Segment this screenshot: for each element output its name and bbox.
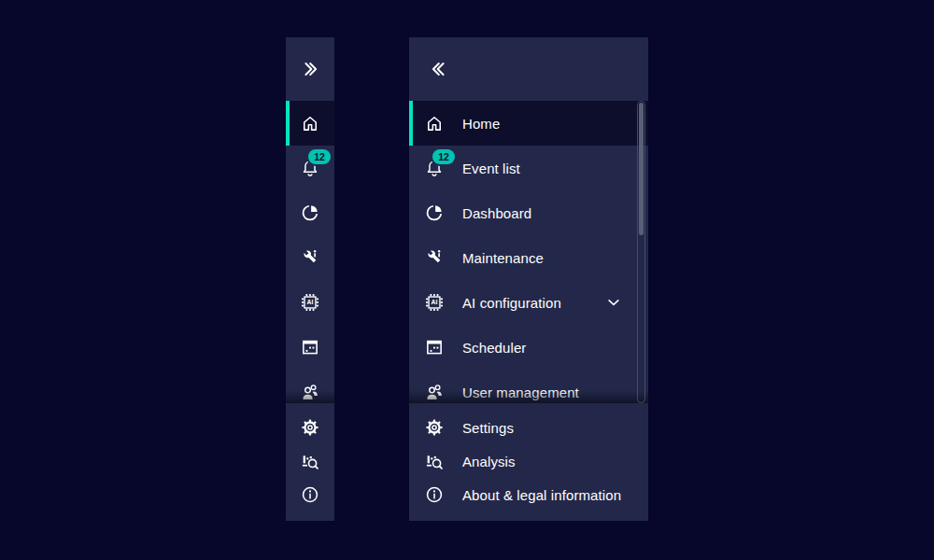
nav-item-ai-configuration[interactable]: AI: [286, 280, 334, 325]
gear-icon: [424, 417, 445, 438]
nav-item-dashboard[interactable]: [286, 190, 334, 235]
nav-item-about[interactable]: [286, 478, 334, 511]
bell-icon: 12: [300, 158, 320, 178]
nav-item-label: Settings: [462, 420, 514, 436]
nav-item-label: About & legal information: [462, 487, 621, 503]
expanded-bottom-nav: SettingsAnalysisAbout & legal informatio…: [409, 403, 648, 521]
scrollbar[interactable]: [637, 101, 645, 403]
gear-icon: [300, 417, 320, 438]
users-icon: [424, 382, 445, 402]
collapsed-bottom-nav: [286, 403, 334, 521]
notification-badge: 12: [432, 149, 455, 164]
expanded-nav: Home12Event listDashboardMaintenanceAIAI…: [409, 101, 648, 403]
nav-item-maintenance[interactable]: Maintenance: [409, 235, 648, 280]
collapsed-sidebar: 12AI: [286, 37, 334, 521]
chevron-down-icon[interactable]: [605, 294, 622, 311]
pie-chart-icon: [424, 203, 445, 223]
double-chevron-left-icon: [429, 59, 449, 79]
collapsed-nav: 12AI: [286, 101, 334, 403]
nav-item-ai-configuration[interactable]: AIAI configuration: [409, 280, 648, 325]
analysis-icon: [300, 451, 320, 471]
nav-item-label: Scheduler: [462, 340, 526, 356]
home-icon: [300, 113, 320, 133]
nav-item-label: Maintenance: [462, 250, 544, 266]
wrench-info-icon: [300, 247, 320, 268]
home-icon: [424, 113, 445, 133]
nav-item-user-management[interactable]: [286, 370, 334, 403]
users-icon: [300, 382, 320, 402]
nav-item-maintenance[interactable]: [286, 235, 334, 280]
ai-chip-icon: AI: [300, 292, 320, 313]
nav-item-scheduler[interactable]: [286, 325, 334, 370]
scheduler-icon: [424, 337, 445, 357]
pie-chart-icon: [300, 203, 320, 223]
collapsed-sidebar-header: [286, 37, 334, 101]
nav-item-label: Event list: [462, 161, 520, 176]
nav-item-user-management[interactable]: User management: [409, 370, 648, 403]
nav-item-label: Analysis: [462, 454, 516, 469]
expanded-sidebar-header: [409, 37, 648, 101]
ai-chip-icon: AI: [424, 292, 445, 313]
svg-text:AI: AI: [432, 299, 438, 305]
nav-item-analysis[interactable]: Analysis: [409, 444, 648, 478]
nav-item-about[interactable]: About & legal information: [409, 478, 648, 511]
nav-item-event-list[interactable]: 12Event list: [409, 146, 648, 190]
nav-item-label: User management: [462, 385, 579, 400]
info-icon: [300, 484, 320, 505]
nav-item-home[interactable]: [286, 101, 334, 146]
page-background: 12AI Home12Event listDashboardMaintenanc…: [0, 0, 934, 560]
nav-item-label: Home: [462, 116, 500, 132]
nav-item-label: Dashboard: [462, 205, 531, 221]
nav-item-label: AI configuration: [462, 295, 561, 311]
wrench-info-icon: [424, 247, 445, 268]
nav-item-settings[interactable]: [286, 411, 334, 444]
info-icon: [424, 484, 445, 505]
nav-item-settings[interactable]: Settings: [409, 411, 648, 444]
svg-text:AI: AI: [307, 299, 314, 305]
double-chevron-right-icon: [300, 59, 320, 79]
nav-item-event-list[interactable]: 12: [286, 146, 334, 190]
scrollbar-thumb[interactable]: [639, 103, 644, 235]
nav-item-scheduler[interactable]: Scheduler: [409, 325, 648, 370]
bell-icon: 12: [424, 158, 445, 178]
notification-badge: 12: [308, 149, 331, 164]
expand-sidebar-button[interactable]: [294, 53, 326, 85]
collapse-sidebar-button[interactable]: [423, 53, 455, 85]
analysis-icon: [424, 451, 445, 471]
nav-item-dashboard[interactable]: Dashboard: [409, 190, 648, 235]
scheduler-icon: [300, 337, 320, 357]
expanded-sidebar: Home12Event listDashboardMaintenanceAIAI…: [409, 37, 648, 521]
nav-item-home[interactable]: Home: [409, 101, 648, 146]
nav-item-analysis[interactable]: [286, 444, 334, 478]
